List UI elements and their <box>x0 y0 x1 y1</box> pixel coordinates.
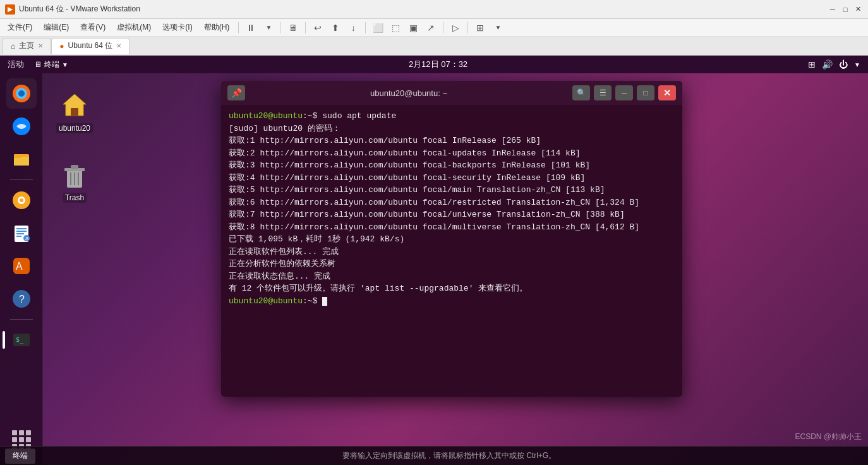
svg-rect-13 <box>16 233 24 234</box>
vmware-menubar: 文件(F) 编辑(E) 查看(V) 虚拟机(M) 选项卡(I) 帮助(H) ⏸ … <box>0 19 868 37</box>
toolbar-snap-btn[interactable]: ▣ <box>405 21 421 35</box>
terminal-line-10: 获取:8 http://mirrors.aliyun.com/ubuntu fo… <box>229 221 675 234</box>
topbar-arrow-icon[interactable]: ▼ <box>854 61 860 68</box>
trash-folder-label: Trash <box>63 193 87 203</box>
svg-point-9 <box>20 198 23 202</box>
toolbar-monitor-btn[interactable]: 🖥 <box>285 21 301 35</box>
toolbar-dropdown-btn[interactable]: ▼ <box>260 21 277 35</box>
titlebar-controls: ─ □ ✕ <box>828 4 863 15</box>
term-cmd-2: :~$ <box>303 296 322 306</box>
close-button[interactable]: ✕ <box>853 4 863 15</box>
toolbar-btn2[interactable]: ⬆ <box>327 21 344 35</box>
menu-file[interactable]: 文件(F) <box>3 21 37 34</box>
home-folder-label: ubuntu20 <box>56 123 93 133</box>
toolbar-sep5 <box>443 22 443 33</box>
menu-vm[interactable]: 虚拟机(M) <box>112 21 156 34</box>
terminal-line-7: 获取:5 http://mirrors.aliyun.com/ubuntu fo… <box>229 184 675 196</box>
desktop-icon-trash[interactable]: Trash <box>49 160 100 203</box>
terminal-menu[interactable]: 🖥 终端 ▼ <box>34 59 68 70</box>
terminal-menu-label: 终端 <box>44 59 59 70</box>
svg-rect-24 <box>71 108 78 116</box>
menu-edit[interactable]: 编辑(E) <box>39 21 74 34</box>
terminal-minimize-button[interactable]: ─ <box>615 85 633 100</box>
toolbar-sep2 <box>280 22 281 33</box>
vmware-tabbar: ⌂ 主页 ✕ ● Ubuntu 64 位 ✕ <box>0 37 868 56</box>
terminal-line-9: 获取:7 http://mirrors.aliyun.com/ubuntu fo… <box>229 208 675 221</box>
terminal-line-3: 获取:1 http://mirrors.aliyun.com/ubuntu fo… <box>229 135 675 147</box>
terminal-icon: 🖥 <box>34 60 42 69</box>
desktop-icon-home[interactable]: ubuntu20 <box>49 90 100 133</box>
home-icon: ⌂ <box>11 42 15 51</box>
dock-terminal[interactable]: $_ <box>6 325 37 355</box>
term-prompt-2: ubuntu20@ubuntu <box>229 296 303 306</box>
home-folder-icon <box>59 90 90 121</box>
activities-button[interactable]: 活动 <box>8 59 24 70</box>
tab-ubuntu-label: Ubuntu 64 位 <box>68 40 113 51</box>
svg-text:?: ? <box>19 294 25 305</box>
toolbar-unity-btn[interactable]: ⬚ <box>387 21 404 35</box>
dock-help[interactable]: ? <box>6 284 37 314</box>
terminal-search-button[interactable]: 🔍 <box>572 85 590 100</box>
toolbar-sep4 <box>365 22 366 33</box>
dock-writer[interactable]: A <box>6 218 37 248</box>
network-icon[interactable]: ⊞ <box>808 59 816 69</box>
svg-rect-5 <box>14 157 29 166</box>
dock-sep1 <box>10 179 33 180</box>
dock-music[interactable] <box>6 185 37 215</box>
taskbar-notice: 要将输入定向到该虚拟机，请将鼠标指针移入其中或按 Ctrl+G。 <box>35 450 863 461</box>
terminal-close-button[interactable]: ✕ <box>658 85 676 100</box>
ubuntu-desktop: 活动 🖥 终端 ▼ 2月12日 07：32 ⊞ 🔊 ⏻ ▼ <box>0 56 868 465</box>
terminal-pin-button[interactable]: 📌 <box>227 85 245 100</box>
dock-appstore[interactable]: A <box>6 251 37 281</box>
maximize-button[interactable]: □ <box>840 4 850 15</box>
topbar-right: ⊞ 🔊 ⏻ ▼ <box>808 59 860 69</box>
svg-rect-6 <box>14 154 21 158</box>
vmware-titlebar: ▶ Ubuntu 64 位 - VMware Workstation ─ □ ✕ <box>0 0 868 19</box>
toolbar-btn4[interactable]: ↗ <box>423 21 439 35</box>
toolbar-fullscreen-btn[interactable]: ⬜ <box>370 21 386 35</box>
dock-firefox[interactable] <box>6 78 37 109</box>
menu-help[interactable]: 帮助(H) <box>199 21 235 34</box>
taskbar-terminal-label: 终端 <box>13 450 28 461</box>
terminal-menu-button[interactable]: ☰ <box>594 85 612 100</box>
toolbar-btn1[interactable]: ↩ <box>310 21 326 35</box>
terminal-line-6: 获取:4 http://mirrors.aliyun.com/ubuntu fo… <box>229 172 675 184</box>
toolbar-dropdown2-btn[interactable]: ▼ <box>490 21 506 35</box>
terminal-line-5: 获取:3 http://mirrors.aliyun.com/ubuntu fo… <box>229 159 675 172</box>
ubuntu-topbar: 活动 🖥 终端 ▼ 2月12日 07：32 ⊞ 🔊 ⏻ ▼ <box>0 56 868 73</box>
volume-icon[interactable]: 🔊 <box>822 59 833 69</box>
toolbar-btn3[interactable]: ↓ <box>345 21 361 35</box>
taskbar-terminal[interactable]: 终端 <box>5 449 35 464</box>
terminal-title: ubuntu20@ubuntu: ~ <box>245 88 572 98</box>
vmware-logo-icon: ▶ <box>5 4 15 15</box>
tab-ubuntu[interactable]: ● Ubuntu 64 位 ✕ <box>51 38 130 54</box>
tab-home[interactable]: ⌂ 主页 ✕ <box>3 38 51 54</box>
tab-home-label: 主页 <box>19 40 34 51</box>
minimize-button[interactable]: ─ <box>828 4 838 15</box>
svg-point-2 <box>18 90 25 97</box>
topbar-datetime: 2月12日 07：32 <box>409 59 467 70</box>
dock-thunderbird[interactable] <box>6 111 37 142</box>
toolbar-sep3 <box>305 22 306 33</box>
tab-home-close[interactable]: ✕ <box>38 42 43 49</box>
terminal-maximize-button[interactable]: □ <box>637 85 654 100</box>
dock-files[interactable] <box>6 144 37 174</box>
terminal-window: 📌 ubuntu20@ubuntu: ~ 🔍 ☰ ─ □ ✕ ubuntu20@… <box>221 81 682 397</box>
toolbar-settings-btn[interactable]: ⊞ <box>472 21 488 35</box>
terminal-menu-arrow: ▼ <box>62 61 68 68</box>
terminal-titlebar-right: 🔍 ☰ ─ □ ✕ <box>572 85 676 100</box>
tab-ubuntu-close[interactable]: ✕ <box>116 42 121 49</box>
toolbar-pause-btn[interactable]: ⏸ <box>243 21 259 35</box>
terminal-line-16: ubuntu20@ubuntu:~$ <box>229 295 675 308</box>
power-icon[interactable]: ⏻ <box>839 59 848 69</box>
ubuntu-icon: ● <box>59 42 64 51</box>
ubuntu-taskbar: 终端 要将输入定向到该虚拟机，请将鼠标指针移入其中或按 Ctrl+G。 <box>0 446 868 465</box>
terminal-line-15: 有 12 个软件包可以升级。请执行 'apt list --upgradable… <box>229 282 675 295</box>
menu-view[interactable]: 查看(V) <box>75 21 111 34</box>
terminal-body[interactable]: ubuntu20@ubuntu:~$ sudo apt update [sudo… <box>221 105 682 397</box>
toolbar-terminal-btn[interactable]: ▷ <box>447 21 464 35</box>
menu-tab[interactable]: 选项卡(I) <box>157 21 197 34</box>
terminal-line-12: 正在读取软件包列表... 完成 <box>229 246 675 258</box>
term-prompt-1: ubuntu20@ubuntu <box>229 111 303 121</box>
terminal-line-1: ubuntu20@ubuntu:~$ sudo apt update <box>229 110 675 123</box>
